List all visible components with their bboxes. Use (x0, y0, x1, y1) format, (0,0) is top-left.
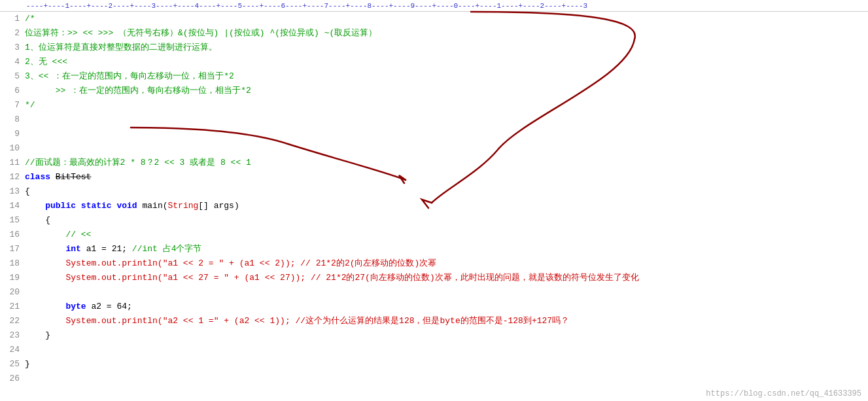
code-line: 15 { (0, 213, 868, 228)
line-content: } (25, 357, 868, 372)
code-line: 17 int a1 = 21; //int 占4个字节 (0, 242, 868, 256)
code-line: 2位运算符：>> << >>> （无符号右移）&(按位与) |(按位或) ^(按… (0, 26, 868, 41)
footer-url: https://blog.csdn.net/qq_41633395 (706, 389, 861, 398)
line-content: 3、<< ：在一定的范围内，每向左移动一位，相当于*2 (25, 69, 868, 84)
code-line: 12class BitTest (0, 170, 868, 184)
line-content: { (25, 213, 868, 228)
code-line: 25} (0, 357, 868, 372)
line-content: //面试题：最高效的计算2 * 8？2 << 3 或者是 8 << 1 (25, 156, 868, 170)
line-number: 9 (0, 127, 25, 141)
line-number: 13 (0, 184, 25, 199)
code-line: 8 (0, 113, 868, 127)
line-number: 7 (0, 98, 25, 113)
line-content: /* (25, 12, 868, 26)
line-content: // << (25, 228, 868, 242)
line-content: int a1 = 21; //int 占4个字节 (25, 242, 868, 256)
code-area: 1/*2位运算符：>> << >>> （无符号右移）&(按位与) |(按位或) … (0, 12, 868, 386)
line-content: } (25, 328, 868, 343)
line-number: 2 (0, 26, 25, 41)
line-number: 21 (0, 300, 25, 314)
line-number: 5 (0, 69, 25, 84)
line-number: 12 (0, 170, 25, 184)
line-content: System.out.println("a1 << 2 = " + (a1 <<… (25, 256, 868, 271)
code-line: 9 (0, 127, 868, 141)
code-line: 19 System.out.println("a1 << 27 = " + (a… (0, 271, 868, 285)
line-number: 3 (0, 41, 25, 55)
line-content: byte a2 = 64; (25, 300, 868, 314)
line-number: 23 (0, 328, 25, 343)
line-content: System.out.println("a2 << 1 =" + (a2 << … (25, 314, 868, 328)
line-number: 25 (0, 357, 25, 372)
code-line: 10 (0, 141, 868, 156)
code-line: 42、无 <<< (0, 55, 868, 69)
line-content: >> ：在一定的范围内，每向右移动一位，相当于*2 (25, 84, 868, 98)
code-line: 26 (0, 372, 868, 386)
code-line: 53、<< ：在一定的范围内，每向左移动一位，相当于*2 (0, 69, 868, 84)
line-content: System.out.println("a1 << 27 = " + (a1 <… (25, 271, 868, 285)
line-number: 24 (0, 343, 25, 357)
line-content: public static void main(String[] args) (25, 199, 868, 213)
line-number: 11 (0, 156, 25, 170)
line-number: 10 (0, 141, 25, 156)
code-line: 13{ (0, 184, 868, 199)
code-line: 22 System.out.println("a2 << 1 =" + (a2 … (0, 314, 868, 328)
code-line: 14 public static void main(String[] args… (0, 199, 868, 213)
line-number: 6 (0, 84, 25, 98)
editor-container: ----+----1----+----2----+----3----+----4… (0, 0, 868, 401)
ruler-marks: ----+----1----+----2----+----3----+----4… (26, 2, 587, 10)
line-number: 8 (0, 113, 25, 127)
code-line: 23 } (0, 328, 868, 343)
code-line: 24 (0, 343, 868, 357)
line-number: 14 (0, 199, 25, 213)
code-line: 6 >> ：在一定的范围内，每向右移动一位，相当于*2 (0, 84, 868, 98)
code-line: 18 System.out.println("a1 << 2 = " + (a1… (0, 256, 868, 271)
code-line: 7*/ (0, 98, 868, 113)
code-line: 20 (0, 285, 868, 300)
line-content: */ (25, 98, 868, 113)
line-number: 19 (0, 271, 25, 285)
code-line: 1/* (0, 12, 868, 26)
line-content: { (25, 184, 868, 199)
line-content: class BitTest (25, 170, 868, 184)
line-number: 20 (0, 285, 25, 300)
ruler: ----+----1----+----2----+----3----+----4… (0, 0, 868, 12)
code-line: 31、位运算符是直接对整型数据的二进制进行运算。 (0, 41, 868, 55)
code-line: 11//面试题：最高效的计算2 * 8？2 << 3 或者是 8 << 1 (0, 156, 868, 170)
line-content: 1、位运算符是直接对整型数据的二进制进行运算。 (25, 41, 868, 55)
line-number: 15 (0, 213, 25, 228)
line-content: 2、无 <<< (25, 55, 868, 69)
line-number: 1 (0, 12, 25, 26)
line-number: 4 (0, 55, 25, 69)
line-number: 18 (0, 256, 25, 271)
code-line: 16 // << (0, 228, 868, 242)
line-number: 26 (0, 372, 25, 386)
line-content: 位运算符：>> << >>> （无符号右移）&(按位与) |(按位或) ^(按位… (25, 26, 868, 41)
line-number: 16 (0, 228, 25, 242)
line-number: 17 (0, 242, 25, 256)
code-line: 21 byte a2 = 64; (0, 300, 868, 314)
line-number: 22 (0, 314, 25, 328)
